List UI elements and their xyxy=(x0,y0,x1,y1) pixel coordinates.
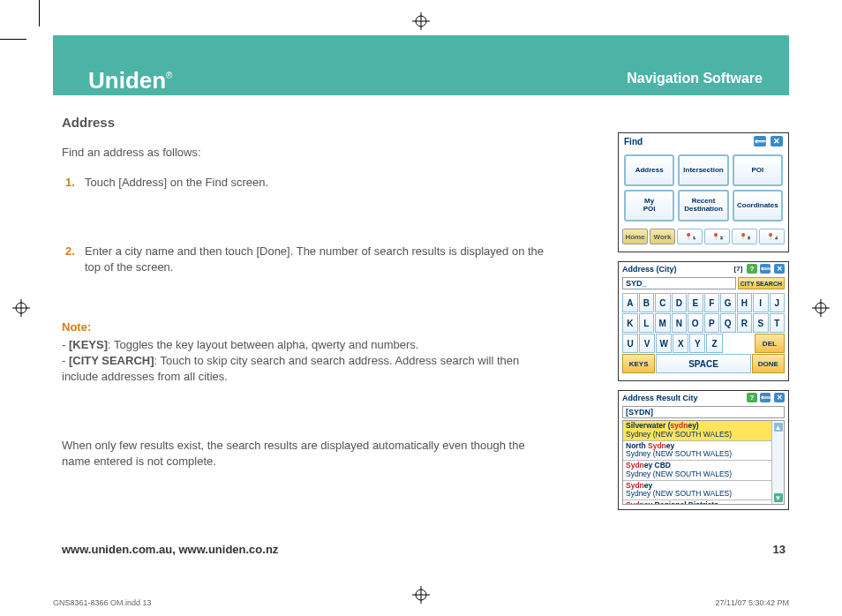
work-button[interactable]: Work xyxy=(650,229,675,244)
keyboard-screen: Address (City) [7] ? ⟸ ✕ SYD_ CITY SEARC… xyxy=(618,261,789,381)
r2sub: Sydney (NEW SOUTH WALES) xyxy=(626,450,769,459)
result-row-1[interactable]: Silverwater (sydney) Sydney (NEW SOUTH W… xyxy=(623,421,771,441)
keyboard-title: Address (City) xyxy=(622,265,677,274)
step-2-text: Enter a city name and then touch [Done].… xyxy=(85,244,547,275)
footer-urls: www.uniden.com.au, www.uniden.co.nz xyxy=(62,543,278,556)
step-1-num: 1. xyxy=(65,175,85,191)
space-key[interactable]: SPACE xyxy=(656,354,751,373)
r2b: Sydn xyxy=(648,441,666,450)
key-g[interactable]: G xyxy=(720,293,736,312)
keyboard-title-icons: [7] ? ⟸ ✕ xyxy=(732,264,785,274)
close-icon[interactable]: ✕ xyxy=(771,136,783,146)
key-t[interactable]: T xyxy=(770,313,786,333)
result-count: [7] xyxy=(733,264,743,274)
key-e[interactable]: E xyxy=(688,293,703,312)
page-footer: www.uniden.com.au, www.uniden.co.nz 13 xyxy=(62,543,786,556)
note-2-prefix: - xyxy=(62,354,69,367)
registration-mark-top-icon xyxy=(412,12,430,30)
key-a[interactable]: A xyxy=(622,293,638,312)
key-row-3: U V W X Y Z DEL xyxy=(622,334,785,353)
pin-button-2[interactable]: 📍₂ xyxy=(704,229,730,244)
coordinates-button[interactable]: Coordinates xyxy=(733,190,783,222)
key-c[interactable]: C xyxy=(655,293,671,312)
result-scrollbar[interactable]: ▲ ▼ xyxy=(771,421,784,504)
page-number: 13 xyxy=(773,543,786,556)
result-search-term[interactable]: [SYDN] xyxy=(622,406,785,418)
back-icon[interactable]: ⟸ xyxy=(754,136,766,146)
r2c: ey xyxy=(666,441,674,450)
r3b: Sydn xyxy=(626,461,644,470)
key-m[interactable]: M xyxy=(655,313,671,333)
close-icon[interactable]: ✕ xyxy=(774,393,785,402)
intersection-button[interactable]: Intersection xyxy=(678,154,728,186)
del-key[interactable]: DEL xyxy=(755,334,785,353)
result-screen: Address Result City ? ⟸ ✕ [SYDN] Silverw… xyxy=(618,390,789,510)
city-input[interactable]: SYD_ xyxy=(622,277,736,289)
key-i[interactable]: I xyxy=(753,293,769,312)
keyboard-titlebar: Address (City) [7] ? ⟸ ✕ xyxy=(619,262,788,275)
result-title-icons: ? ⟸ ✕ xyxy=(746,393,785,402)
r5c: ey Regional Districts xyxy=(644,500,718,504)
result-row-5[interactable]: Sydney Regional Districts Sydney (NEW SO… xyxy=(623,500,771,504)
key-h[interactable]: H xyxy=(737,293,753,312)
pin-button-3[interactable]: 📍₃ xyxy=(732,229,757,244)
key-v[interactable]: V xyxy=(639,334,655,353)
content-column: Address Find an address as follows: 1. T… xyxy=(62,115,547,470)
intro-text: Find an address as follows: xyxy=(62,146,547,159)
poi-button[interactable]: POI xyxy=(733,154,783,186)
r2a: North xyxy=(626,441,648,450)
key-r[interactable]: R xyxy=(737,313,753,333)
recent-destination-button[interactable]: Recent Destination xyxy=(678,190,728,222)
registration-mark-left-icon xyxy=(12,299,30,317)
key-l[interactable]: L xyxy=(639,313,655,333)
back-icon[interactable]: ⟸ xyxy=(760,264,771,274)
city-search-button[interactable]: CITY SEARCH xyxy=(738,277,785,289)
done-button[interactable]: DONE xyxy=(752,354,785,373)
keys-button[interactable]: KEYS xyxy=(622,354,655,373)
key-d[interactable]: D xyxy=(672,293,688,312)
result-title: Address Result City xyxy=(622,394,698,402)
my-poi-button[interactable]: My POI xyxy=(624,190,674,222)
key-f[interactable]: F xyxy=(704,293,720,312)
help-icon[interactable]: ? xyxy=(747,393,757,402)
result-row-4[interactable]: Sydney Sydney (NEW SOUTH WALES) xyxy=(623,481,771,501)
key-z[interactable]: Z xyxy=(706,334,722,353)
key-q[interactable]: Q xyxy=(720,313,736,333)
section-title: Navigation Software xyxy=(627,71,763,86)
logo-text: Uniden xyxy=(88,67,166,94)
address-button[interactable]: Address xyxy=(624,154,674,186)
close-icon[interactable]: ✕ xyxy=(774,264,785,274)
key-k[interactable]: K xyxy=(622,313,638,333)
scroll-up-icon[interactable]: ▲ xyxy=(774,423,783,432)
key-b[interactable]: B xyxy=(639,293,655,312)
pin-button-1[interactable]: 📍₁ xyxy=(677,229,703,244)
key-u[interactable]: U xyxy=(622,334,638,353)
find-bottom-row: Home Work 📍₁ 📍₂ 📍₃ 📍₄ xyxy=(619,227,788,248)
pin-button-4[interactable]: 📍₄ xyxy=(759,229,785,244)
result-row-2[interactable]: North Sydney Sydney (NEW SOUTH WALES) xyxy=(623,441,771,462)
note-body: - [KEYS]: Toggles the key layout between… xyxy=(62,337,547,386)
step-2-num: 2. xyxy=(65,244,85,275)
find-screen-titlebar: Find ⟸ ✕ xyxy=(619,133,788,149)
key-y[interactable]: Y xyxy=(689,334,705,353)
back-icon[interactable]: ⟸ xyxy=(760,393,771,402)
step-1: 1. Touch [Address] on the Find screen. xyxy=(65,175,547,191)
key-n[interactable]: N xyxy=(672,313,688,333)
home-button[interactable]: Home xyxy=(622,229,648,244)
help-icon[interactable]: ? xyxy=(747,264,757,274)
key-j[interactable]: J xyxy=(770,293,786,312)
key-p[interactable]: P xyxy=(704,313,720,333)
note-heading: Note: xyxy=(62,320,547,334)
find-grid: Address Intersection POI My POI Recent D… xyxy=(619,149,788,227)
scroll-down-icon[interactable]: ▼ xyxy=(774,493,783,502)
print-stamp: 27/11/07 5:30:42 PM xyxy=(715,598,789,607)
key-s[interactable]: S xyxy=(753,313,769,333)
find-screen-title-icons: ⟸ ✕ xyxy=(752,136,783,146)
result-row-3[interactable]: Sydney CBD Sydney (NEW SOUTH WALES) xyxy=(623,461,771,481)
key-w[interactable]: W xyxy=(656,334,672,353)
key-o[interactable]: O xyxy=(688,313,703,333)
result-titlebar: Address Result City ? ⟸ ✕ xyxy=(619,391,788,404)
r5b: Sydn xyxy=(626,500,644,504)
note-2-bold: [CITY SEARCH] xyxy=(69,354,154,367)
key-x[interactable]: X xyxy=(673,334,688,353)
